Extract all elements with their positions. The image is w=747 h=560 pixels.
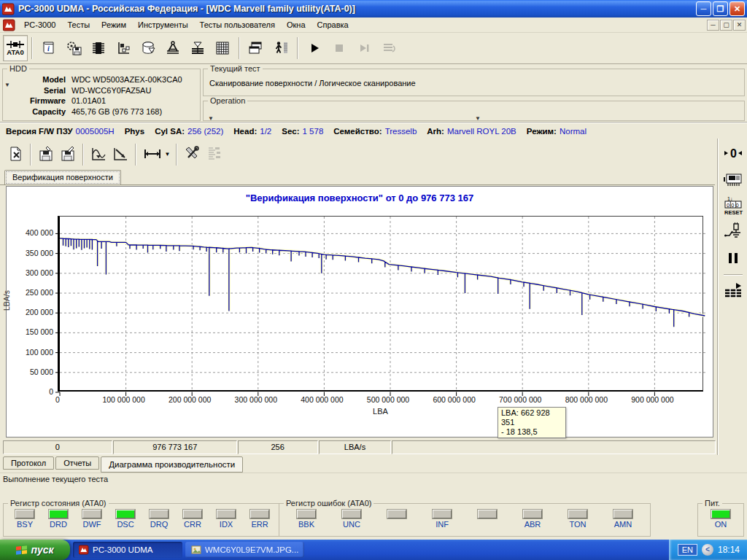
svg-text:1↓: 1↓ [727, 196, 732, 201]
start-test-button[interactable] [302, 35, 327, 61]
x-tick-label: 500 000 000 [367, 395, 409, 404]
dsc-led [116, 510, 135, 518]
resources-button[interactable] [111, 35, 136, 61]
windows-copy-button[interactable] [244, 35, 268, 61]
x-tick-label: 400 000 000 [301, 395, 343, 404]
tab-2[interactable]: Диаграмма производительности [101, 456, 243, 472]
power-switch-button[interactable] [721, 222, 745, 244]
language-indicator[interactable]: EN [678, 544, 697, 556]
menu-item-4[interactable]: Тесты пользователя [194, 19, 281, 31]
range-dropdown-icon[interactable]: ▼ [165, 151, 171, 158]
menu-item-0[interactable]: PC-3000 [18, 19, 61, 31]
plot-area[interactable] [58, 216, 703, 392]
minimize-button[interactable]: ─ [696, 1, 711, 16]
mdi-child-icon[interactable] [3, 19, 15, 31]
range-select-button[interactable]: ▼ [140, 144, 172, 166]
reset-button[interactable]: 1↓0 0 0RESET [721, 195, 745, 217]
tab-1[interactable]: Отчеты [55, 456, 99, 470]
tools-button[interactable] [181, 144, 203, 166]
menu-item-5[interactable]: Окна [281, 19, 311, 31]
hdd-field-label: Firmware [7, 96, 71, 106]
data-volume-button[interactable] [136, 35, 160, 61]
ata0-port-button[interactable]: ATA0 [3, 35, 28, 61]
pause-button[interactable] [721, 248, 745, 270]
task-label: PC-3000 UDMA [93, 545, 152, 554]
load-diagram-button[interactable] [57, 144, 79, 166]
tooltip-lba: LBA: 662 928 351 [501, 408, 562, 427]
head-map-button[interactable] [185, 35, 210, 61]
slope-view-button[interactable] [109, 144, 131, 166]
x-tick-label: 800 000 000 [565, 395, 608, 404]
zero-sector-icon: 0 [722, 145, 744, 163]
status-cell-2: 256 [238, 440, 318, 454]
settings-save-icon [65, 40, 82, 56]
led-label: DSC [109, 520, 142, 529]
tab-surface-verification[interactable]: Верификация поверхности [4, 170, 121, 185]
blank-led [387, 510, 406, 518]
operation-dropdown-icon-2[interactable]: ▼ [475, 115, 481, 122]
utility-info-button[interactable]: i [36, 35, 61, 61]
toolbar-separator [239, 37, 240, 59]
test-queue-icon [381, 42, 397, 55]
restore-button[interactable]: ❐ [713, 1, 728, 16]
chart-panel: "Верификация поверхности" от 0 до 976 77… [6, 186, 713, 438]
side-toolbar: 0 1↓0 0 0RESET [718, 139, 747, 455]
tab-0[interactable]: Протокол [3, 456, 54, 470]
hdd-row-firmware: Firmware01.01A01 [7, 96, 196, 106]
close-button[interactable]: ✕ [729, 1, 745, 16]
wave-view-icon [90, 145, 107, 164]
mdi-restore-button[interactable]: ▢ [720, 20, 732, 31]
register-led-idx: IDX [209, 510, 243, 529]
user-mode-button[interactable] [268, 35, 293, 61]
dwf-led [82, 510, 101, 518]
svg-text:RESET: RESET [724, 209, 743, 216]
tooltip-delta: - 18 138,5 [501, 427, 562, 437]
registers-area: Регистр состояния (ATA0) BSYDRDDWFDSCDRQ… [0, 499, 747, 538]
firmware-chip-button[interactable] [86, 35, 111, 61]
unc-led [342, 510, 361, 518]
led-label: CRR [176, 520, 209, 529]
calibration-button[interactable] [160, 35, 185, 61]
x-tick-label: 900 000 000 [631, 395, 673, 404]
power-panel-legend: Пит. [703, 499, 722, 508]
chevron-down-icon[interactable]: ▼ [4, 82, 10, 88]
status-segment: Cyl SA:256 (252) [155, 127, 223, 136]
bottom-tab-strip: ПротоколОтчетыДиаграмма производительнос… [3, 456, 244, 472]
y-tick-label: 400 000 [26, 228, 53, 237]
wave-view-button[interactable] [88, 144, 109, 166]
range-select-icon [142, 147, 163, 162]
register-led-dsc: DSC [109, 510, 142, 529]
taskbar-task-pc3000[interactable]: PC-3000 UDMA [73, 542, 182, 558]
chip-icon [90, 40, 107, 56]
status-segment: Режим:Normal [527, 127, 587, 136]
x-axis-ticks: 0100 000 000200 000 000300 000 000400 00… [58, 395, 703, 405]
info-panels: HDD ▼ ModelWDC WD5003AZEX-00K3CA0SerialW… [0, 64, 747, 122]
main-toolbar: ATA0 i [0, 33, 747, 64]
y-axis-ticks: 050 000100 000150 000200 000250 000300 0… [7, 216, 53, 392]
save-diagram-button[interactable] [35, 144, 57, 166]
pci-card-button[interactable] [721, 169, 745, 191]
menu-item-2[interactable]: Режим [96, 19, 132, 31]
menu-item-1[interactable]: Тесты [61, 19, 96, 31]
register-led-inf: INF [425, 510, 459, 529]
ton-led [568, 510, 587, 518]
tray-collapse-icon[interactable]: < [702, 544, 713, 556]
sector-map-button[interactable] [210, 35, 235, 61]
stop-test-button [327, 35, 352, 61]
menu-item-6[interactable]: Справка [311, 19, 355, 31]
menu-item-3[interactable]: Инструменты [132, 19, 194, 31]
mdi-minimize-button[interactable]: ─ [707, 20, 719, 31]
utility-settings-button[interactable] [61, 35, 86, 61]
operation-dropdown-icon[interactable]: ▼ [208, 115, 214, 122]
zero-sector-button[interactable]: 0 [721, 143, 745, 165]
led-label: DRQ [142, 520, 176, 529]
run-queue-button[interactable] [721, 280, 745, 302]
taskbar-task-image-viewer[interactable]: WMC6Y0L9E7VM.JPG... [185, 542, 304, 558]
hdd-field-value: WD-WCC6Y0FAZ5AU [71, 85, 151, 96]
start-button[interactable]: пуск [0, 540, 70, 560]
toolbar-separator [135, 144, 136, 166]
mdi-close-button[interactable]: ✕ [733, 20, 746, 31]
toolbar-separator [176, 144, 177, 166]
clear-diagram-button[interactable] [4, 144, 26, 166]
hdd-field-label: Capacity [7, 106, 71, 117]
